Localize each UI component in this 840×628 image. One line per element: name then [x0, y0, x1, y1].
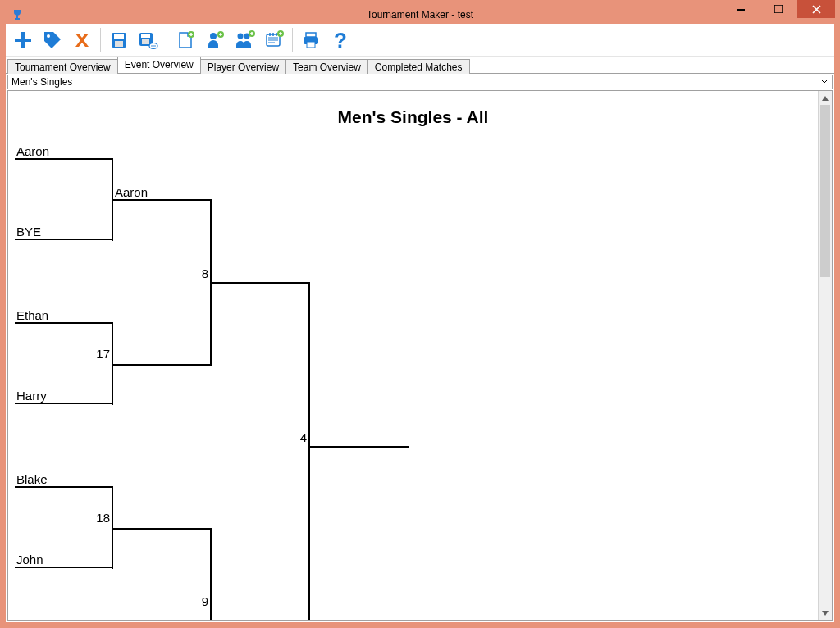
- delete-button[interactable]: [68, 26, 96, 54]
- event-dropdown[interactable]: Men's Singles: [7, 75, 833, 89]
- bracket-slot: Blake: [15, 472, 113, 486]
- match-number: 9: [195, 594, 208, 608]
- event-dropdown-value: Men's Singles: [11, 76, 72, 88]
- svg-point-12: [154, 45, 156, 47]
- bracket-connector: [310, 446, 409, 448]
- match-number: 4: [294, 430, 307, 444]
- tab-event-overview[interactable]: Event Overview: [117, 57, 201, 73]
- window-controls: [722, 0, 835, 18]
- svg-rect-1: [774, 5, 783, 13]
- scrollbar-thumb[interactable]: [820, 105, 830, 277]
- tag-button[interactable]: [39, 26, 66, 54]
- help-button[interactable]: ?: [326, 26, 354, 54]
- window-title: Tournament Maker - test: [367, 9, 473, 20]
- toolbar-separator: [292, 28, 293, 52]
- toolbar-separator: [167, 28, 167, 52]
- bracket-slot: Aaron: [15, 144, 113, 158]
- bracket-canvas[interactable]: Men's Singles - All Aaron BYE Ethan Harr…: [8, 91, 818, 620]
- content-area: Men's Singles - All Aaron BYE Ethan Harr…: [7, 90, 833, 621]
- bracket-slot: BYE: [15, 225, 113, 239]
- bracket-connector: [308, 282, 310, 620]
- add-team-button[interactable]: [231, 26, 258, 54]
- tab-team-overview[interactable]: Team Overview: [285, 59, 368, 74]
- bracket-slot: Harry: [15, 389, 113, 403]
- svg-rect-0: [737, 9, 745, 11]
- svg-rect-21: [306, 33, 316, 37]
- bracket-connector: [210, 528, 212, 620]
- new-note-button[interactable]: [260, 26, 288, 54]
- toolbar: ?: [6, 24, 834, 57]
- svg-point-2: [47, 34, 50, 38]
- bracket: Aaron BYE Ethan Harry 17 Blake John 18 A…: [8, 91, 818, 620]
- svg-point-16: [238, 33, 244, 39]
- add-player-button[interactable]: [201, 26, 229, 54]
- tab-player-overview[interactable]: Player Overview: [200, 59, 286, 74]
- toolbar-separator: [100, 28, 101, 52]
- bracket-slot: Aaron: [113, 185, 212, 199]
- svg-point-14: [210, 33, 217, 39]
- app-window: Tournament Maker - test: [6, 6, 834, 622]
- svg-point-11: [153, 45, 154, 47]
- add-button[interactable]: [9, 26, 37, 54]
- bracket-connector: [212, 282, 310, 284]
- svg-rect-4: [114, 34, 124, 39]
- match-number: 17: [90, 347, 110, 361]
- chevron-down-icon: [819, 76, 830, 88]
- tab-tournament-overview[interactable]: Tournament Overview: [7, 59, 118, 74]
- svg-rect-5: [115, 41, 123, 47]
- save-as-button[interactable]: [135, 26, 162, 54]
- save-button[interactable]: [105, 26, 133, 54]
- bracket-slot: John: [15, 553, 113, 567]
- app-icon: [11, 8, 24, 21]
- vertical-scrollbar[interactable]: [818, 91, 832, 620]
- scroll-up-button[interactable]: [819, 91, 832, 105]
- match-number: 18: [90, 511, 110, 525]
- tab-bar: Tournament Overview Event Overview Playe…: [6, 57, 834, 74]
- svg-rect-7: [141, 34, 150, 38]
- titlebar: Tournament Maker - test: [6, 6, 834, 24]
- print-button[interactable]: [297, 26, 325, 54]
- tab-completed-matches[interactable]: Completed Matches: [368, 59, 470, 74]
- svg-text:?: ?: [334, 30, 347, 51]
- bracket-connector: [113, 528, 212, 530]
- scroll-down-button[interactable]: [819, 606, 832, 620]
- svg-rect-8: [142, 39, 149, 44]
- minimize-button[interactable]: [722, 0, 760, 18]
- match-number: 8: [195, 266, 208, 280]
- bracket-connector: [113, 364, 212, 366]
- svg-rect-23: [307, 42, 315, 48]
- maximize-button[interactable]: [760, 0, 797, 18]
- close-button[interactable]: [797, 0, 835, 18]
- bracket-slot: Ethan: [15, 308, 113, 322]
- svg-point-10: [151, 45, 153, 47]
- new-document-button[interactable]: [171, 26, 199, 54]
